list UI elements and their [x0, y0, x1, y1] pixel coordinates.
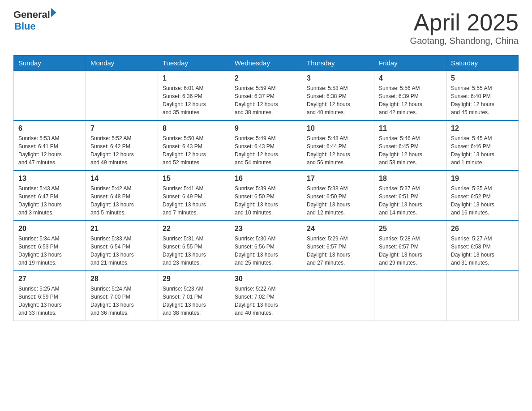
day-number: 28	[90, 275, 153, 283]
calendar-cell: 11Sunrise: 5:46 AM Sunset: 6:45 PM Dayli…	[374, 120, 446, 171]
day-number: 13	[18, 175, 81, 183]
title-area: April 2025 Gaotang, Shandong, China	[410, 9, 519, 46]
day-info: Sunrise: 5:33 AM Sunset: 6:54 PM Dayligh…	[90, 235, 153, 267]
calendar-cell: 8Sunrise: 5:50 AM Sunset: 6:43 PM Daylig…	[158, 120, 230, 171]
day-info: Sunrise: 5:53 AM Sunset: 6:41 PM Dayligh…	[18, 134, 81, 167]
calendar-cell: 25Sunrise: 5:28 AM Sunset: 6:57 PM Dayli…	[374, 221, 446, 271]
day-number: 24	[307, 225, 369, 233]
day-info: Sunrise: 5:41 AM Sunset: 6:49 PM Dayligh…	[163, 184, 225, 217]
day-number: 29	[163, 275, 225, 283]
calendar-table: Sunday Monday Tuesday Wednesday Thursday…	[13, 55, 519, 321]
day-number: 20	[18, 225, 81, 233]
calendar-cell: 21Sunrise: 5:33 AM Sunset: 6:54 PM Dayli…	[86, 221, 158, 271]
calendar-cell: 14Sunrise: 5:42 AM Sunset: 6:48 PM Dayli…	[86, 171, 158, 221]
day-number: 11	[379, 124, 442, 133]
calendar-cell: 24Sunrise: 5:29 AM Sunset: 6:57 PM Dayli…	[302, 221, 374, 271]
day-number: 17	[307, 175, 369, 183]
day-info: Sunrise: 5:31 AM Sunset: 6:55 PM Dayligh…	[163, 235, 225, 267]
calendar-cell: 19Sunrise: 5:35 AM Sunset: 6:52 PM Dayli…	[446, 171, 519, 221]
header-wednesday: Wednesday	[230, 56, 302, 71]
day-info: Sunrise: 5:42 AM Sunset: 6:48 PM Dayligh…	[90, 184, 153, 217]
day-info: Sunrise: 5:58 AM Sunset: 6:38 PM Dayligh…	[307, 84, 369, 116]
day-number: 7	[90, 124, 153, 133]
day-info: Sunrise: 5:28 AM Sunset: 6:57 PM Dayligh…	[379, 235, 442, 267]
day-number: 16	[235, 175, 297, 183]
day-number: 15	[163, 175, 225, 183]
header-sunday: Sunday	[14, 56, 86, 71]
day-info: Sunrise: 5:59 AM Sunset: 6:37 PM Dayligh…	[235, 84, 297, 116]
day-number: 14	[90, 175, 153, 183]
calendar-header-row: Sunday Monday Tuesday Wednesday Thursday…	[14, 56, 519, 71]
day-info: Sunrise: 5:29 AM Sunset: 6:57 PM Dayligh…	[307, 235, 369, 267]
day-info: Sunrise: 5:48 AM Sunset: 6:44 PM Dayligh…	[307, 134, 369, 167]
day-info: Sunrise: 5:49 AM Sunset: 6:43 PM Dayligh…	[235, 134, 297, 167]
calendar-cell	[302, 271, 374, 321]
day-info: Sunrise: 5:50 AM Sunset: 6:43 PM Dayligh…	[163, 134, 225, 167]
calendar-cell	[446, 271, 519, 321]
calendar-cell: 17Sunrise: 5:38 AM Sunset: 6:50 PM Dayli…	[302, 171, 374, 221]
day-number: 6	[18, 124, 81, 133]
calendar-cell: 20Sunrise: 5:34 AM Sunset: 6:53 PM Dayli…	[14, 221, 86, 271]
day-number: 3	[307, 74, 369, 82]
calendar-week-row: 27Sunrise: 5:25 AM Sunset: 6:59 PM Dayli…	[14, 271, 519, 321]
day-info: Sunrise: 5:39 AM Sunset: 6:50 PM Dayligh…	[235, 184, 297, 217]
day-number: 22	[163, 225, 225, 233]
day-info: Sunrise: 5:52 AM Sunset: 6:42 PM Dayligh…	[90, 134, 153, 167]
day-number: 21	[90, 225, 153, 233]
day-info: Sunrise: 5:43 AM Sunset: 6:47 PM Dayligh…	[18, 184, 81, 217]
calendar-cell: 29Sunrise: 5:23 AM Sunset: 7:01 PM Dayli…	[158, 271, 230, 321]
calendar-cell	[14, 71, 86, 121]
day-number: 27	[18, 275, 81, 283]
month-title: April 2025	[410, 9, 519, 36]
calendar-cell: 13Sunrise: 5:43 AM Sunset: 6:47 PM Dayli…	[14, 171, 86, 221]
day-info: Sunrise: 5:34 AM Sunset: 6:53 PM Dayligh…	[18, 235, 81, 267]
day-info: Sunrise: 5:38 AM Sunset: 6:50 PM Dayligh…	[307, 184, 369, 217]
day-info: Sunrise: 5:55 AM Sunset: 6:40 PM Dayligh…	[451, 84, 514, 116]
header-friday: Friday	[374, 56, 446, 71]
day-number: 2	[235, 74, 297, 82]
calendar-cell: 26Sunrise: 5:27 AM Sunset: 6:58 PM Dayli…	[446, 221, 519, 271]
calendar-cell: 30Sunrise: 5:22 AM Sunset: 7:02 PM Dayli…	[230, 271, 302, 321]
calendar-cell: 16Sunrise: 5:39 AM Sunset: 6:50 PM Dayli…	[230, 171, 302, 221]
calendar-week-row: 20Sunrise: 5:34 AM Sunset: 6:53 PM Dayli…	[14, 221, 519, 271]
day-info: Sunrise: 5:23 AM Sunset: 7:01 PM Dayligh…	[163, 285, 225, 317]
day-number: 26	[451, 225, 514, 233]
day-info: Sunrise: 5:25 AM Sunset: 6:59 PM Dayligh…	[18, 285, 81, 317]
calendar-cell	[374, 271, 446, 321]
calendar-cell: 23Sunrise: 5:30 AM Sunset: 6:56 PM Dayli…	[230, 221, 302, 271]
day-info: Sunrise: 5:24 AM Sunset: 7:00 PM Dayligh…	[90, 285, 153, 317]
logo-arrow-icon	[51, 8, 56, 17]
calendar-cell: 4Sunrise: 5:56 AM Sunset: 6:39 PM Daylig…	[374, 71, 446, 121]
logo-blue-text: Blue	[14, 21, 56, 32]
header-thursday: Thursday	[302, 56, 374, 71]
calendar-week-row: 6Sunrise: 5:53 AM Sunset: 6:41 PM Daylig…	[14, 120, 519, 171]
day-info: Sunrise: 5:45 AM Sunset: 6:46 PM Dayligh…	[451, 134, 514, 167]
calendar-cell: 9Sunrise: 5:49 AM Sunset: 6:43 PM Daylig…	[230, 120, 302, 171]
calendar-cell	[86, 71, 158, 121]
calendar-cell: 5Sunrise: 5:55 AM Sunset: 6:40 PM Daylig…	[446, 71, 519, 121]
day-number: 12	[451, 124, 514, 133]
calendar-cell: 18Sunrise: 5:37 AM Sunset: 6:51 PM Dayli…	[374, 171, 446, 221]
day-info: Sunrise: 5:35 AM Sunset: 6:52 PM Dayligh…	[451, 184, 514, 217]
calendar-cell: 12Sunrise: 5:45 AM Sunset: 6:46 PM Dayli…	[446, 120, 519, 171]
logo: General Blue	[13, 9, 56, 32]
logo-general-text: General	[13, 9, 50, 21]
day-info: Sunrise: 5:27 AM Sunset: 6:58 PM Dayligh…	[451, 235, 514, 267]
location-title: Gaotang, Shandong, China	[410, 36, 519, 46]
calendar-week-row: 13Sunrise: 5:43 AM Sunset: 6:47 PM Dayli…	[14, 171, 519, 221]
day-number: 9	[235, 124, 297, 133]
day-number: 1	[163, 74, 225, 82]
day-number: 10	[307, 124, 369, 133]
day-number: 8	[163, 124, 225, 133]
header-tuesday: Tuesday	[158, 56, 230, 71]
calendar-cell: 27Sunrise: 5:25 AM Sunset: 6:59 PM Dayli…	[14, 271, 86, 321]
calendar-cell: 2Sunrise: 5:59 AM Sunset: 6:37 PM Daylig…	[230, 71, 302, 121]
calendar-cell: 15Sunrise: 5:41 AM Sunset: 6:49 PM Dayli…	[158, 171, 230, 221]
calendar-cell: 28Sunrise: 5:24 AM Sunset: 7:00 PM Dayli…	[86, 271, 158, 321]
day-number: 25	[379, 225, 442, 233]
day-info: Sunrise: 5:30 AM Sunset: 6:56 PM Dayligh…	[235, 235, 297, 267]
header-saturday: Saturday	[446, 56, 519, 71]
calendar-cell: 10Sunrise: 5:48 AM Sunset: 6:44 PM Dayli…	[302, 120, 374, 171]
calendar-cell: 6Sunrise: 5:53 AM Sunset: 6:41 PM Daylig…	[14, 120, 86, 171]
day-info: Sunrise: 5:22 AM Sunset: 7:02 PM Dayligh…	[235, 285, 297, 317]
